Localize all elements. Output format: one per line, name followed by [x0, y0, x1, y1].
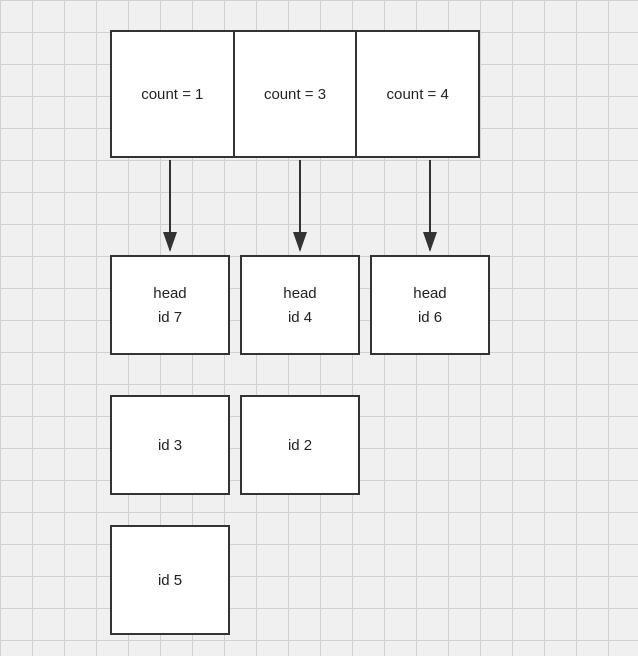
node-col2-head-label: head id 4: [283, 281, 316, 329]
node-col1-2-label: id 3: [158, 433, 182, 457]
header-cell-3: count = 4: [357, 32, 478, 156]
node-col3-head: head id 6: [370, 255, 490, 355]
header-box: count = 1 count = 3 count = 4: [110, 30, 480, 158]
node-col1-3-label: id 5: [158, 568, 182, 592]
header-cell-2: count = 3: [235, 32, 358, 156]
node-col1-head: head id 7: [110, 255, 230, 355]
header-cell-1-label: count = 1: [141, 83, 203, 106]
node-col2-head: head id 4: [240, 255, 360, 355]
node-col2-2-label: id 2: [288, 433, 312, 457]
node-col1-head-label: head id 7: [153, 281, 186, 329]
header-cell-2-label: count = 3: [264, 83, 326, 106]
header-cell-3-label: count = 4: [387, 83, 449, 106]
diagram: count = 1 count = 3 count = 4 head id 7 …: [0, 0, 638, 656]
node-col1-3: id 5: [110, 525, 230, 635]
node-col3-head-label: head id 6: [413, 281, 446, 329]
node-col1-2: id 3: [110, 395, 230, 495]
header-cell-1: count = 1: [112, 32, 235, 156]
node-col2-2: id 2: [240, 395, 360, 495]
